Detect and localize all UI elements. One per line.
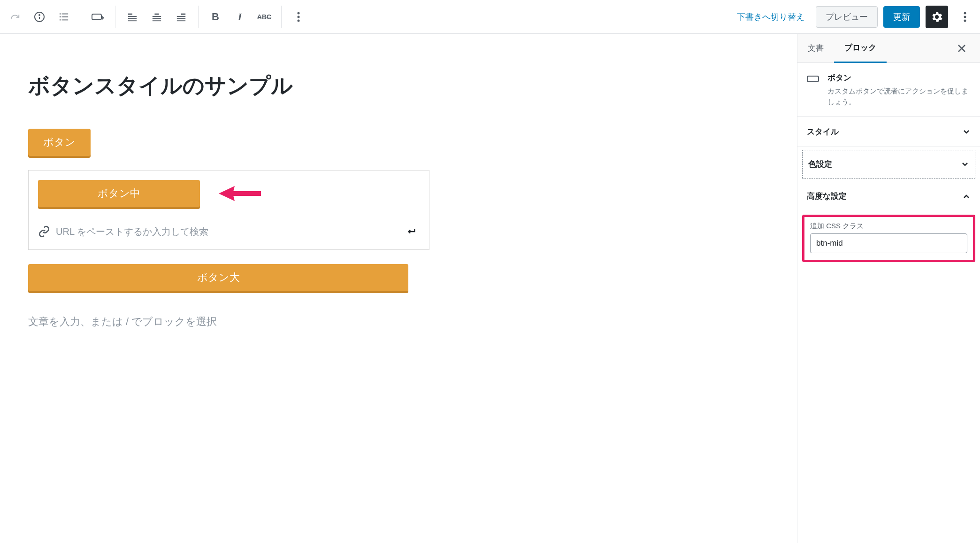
switch-draft-button[interactable]: 下書きへ切り替え xyxy=(731,8,810,26)
align-right-icon xyxy=(176,12,186,22)
italic-icon: I xyxy=(238,11,242,23)
chevron-up-icon xyxy=(962,192,971,201)
align-right-button[interactable] xyxy=(170,6,192,28)
svg-rect-14 xyxy=(154,13,159,15)
svg-rect-7 xyxy=(60,19,61,20)
button-block-large: ボタン大 xyxy=(28,264,769,291)
tab-block[interactable]: ブロック xyxy=(834,34,887,63)
block-info: ボタン カスタムボタンで読者にアクションを促しましょう。 xyxy=(797,63,980,117)
svg-rect-30 xyxy=(807,76,819,82)
panel-color-label: 色設定 xyxy=(808,159,832,170)
svg-point-2 xyxy=(39,15,40,16)
enter-icon xyxy=(406,226,416,237)
outline-icon xyxy=(59,12,69,22)
svg-rect-11 xyxy=(128,16,137,17)
post-title[interactable]: ボタンスタイルのサンプル xyxy=(28,71,769,101)
svg-point-26 xyxy=(964,16,966,18)
editor-toolbar: B I ABC 下書きへ切り替え プレビュー 更新 xyxy=(0,0,980,34)
arrow-annotation-icon xyxy=(219,185,261,202)
panel-style-header[interactable]: スタイル xyxy=(797,117,980,147)
panel-advanced: 高度な設定 xyxy=(797,181,980,211)
svg-rect-16 xyxy=(153,18,161,19)
sidebar-close-button[interactable] xyxy=(957,37,980,60)
outline-button[interactable] xyxy=(53,6,75,28)
svg-rect-15 xyxy=(153,16,161,17)
svg-rect-5 xyxy=(60,16,61,17)
toolbar-separator xyxy=(81,6,81,28)
align-center-button[interactable] xyxy=(145,6,168,28)
bold-button[interactable]: B xyxy=(204,6,227,28)
tab-document[interactable]: 文書 xyxy=(797,34,834,62)
svg-rect-4 xyxy=(62,13,68,14)
svg-rect-12 xyxy=(128,18,137,19)
url-submit-button[interactable] xyxy=(403,223,420,240)
settings-sidebar: 文書 ブロック ボタン カスタムボタンで読者にアクションを促しましょう。 スタイ… xyxy=(797,34,980,543)
panel-style-label: スタイル xyxy=(807,126,839,137)
button-block-icon xyxy=(92,12,105,22)
svg-rect-17 xyxy=(153,20,161,21)
svg-point-22 xyxy=(298,12,300,14)
svg-point-25 xyxy=(964,12,966,14)
toolbar-separator xyxy=(115,6,115,28)
svg-rect-20 xyxy=(177,18,185,19)
sample-button-large[interactable]: ボタン大 xyxy=(28,264,408,291)
css-class-highlight: 追加 CSS クラス xyxy=(802,215,975,262)
gear-icon xyxy=(931,11,942,23)
panel-advanced-label: 高度な設定 xyxy=(807,191,847,202)
main-area: ボタンスタイルのサンプル ボタン ボタン中 xyxy=(0,34,980,543)
url-input-row xyxy=(38,218,420,240)
more-vertical-icon xyxy=(297,12,300,22)
close-icon xyxy=(957,44,966,53)
bold-icon: B xyxy=(212,11,219,23)
chevron-down-icon xyxy=(962,128,971,136)
panel-color-header[interactable]: 色設定 xyxy=(803,150,975,178)
toolbar-separator xyxy=(198,6,199,28)
more-options-button[interactable] xyxy=(287,6,310,28)
italic-button[interactable]: I xyxy=(229,6,251,28)
svg-point-27 xyxy=(964,19,966,22)
selected-block-wrapper: ボタン中 xyxy=(28,170,429,250)
sample-button-mid[interactable]: ボタン中 xyxy=(38,180,200,207)
strikethrough-button[interactable]: ABC xyxy=(253,6,276,28)
update-button[interactable]: 更新 xyxy=(883,6,920,28)
button-block-small: ボタン xyxy=(28,129,769,156)
css-class-input[interactable] xyxy=(810,233,967,253)
url-input[interactable] xyxy=(56,226,397,237)
block-placeholder[interactable]: 文章を入力、または / でブロックを選択 xyxy=(28,315,769,329)
svg-rect-3 xyxy=(60,13,61,14)
svg-point-24 xyxy=(298,19,300,22)
toolbar-separator xyxy=(281,6,282,28)
strikethrough-icon: ABC xyxy=(257,13,271,21)
svg-rect-21 xyxy=(177,20,185,21)
editor-canvas: ボタンスタイルのサンプル ボタン ボタン中 xyxy=(0,34,797,543)
more-vertical-icon xyxy=(964,12,966,22)
svg-rect-10 xyxy=(128,13,132,15)
svg-rect-19 xyxy=(177,16,185,17)
align-left-button[interactable] xyxy=(121,6,144,28)
css-class-label: 追加 CSS クラス xyxy=(810,222,967,231)
toolbar-left-group: B I ABC xyxy=(4,6,310,28)
chevron-down-icon xyxy=(961,160,969,169)
block-type-button[interactable] xyxy=(87,6,109,28)
svg-rect-13 xyxy=(128,20,137,21)
preview-button[interactable]: プレビュー xyxy=(816,6,878,28)
toolbar-right-group: 下書きへ切り替え プレビュー 更新 xyxy=(731,6,976,28)
panel-advanced-header[interactable]: 高度な設定 xyxy=(797,181,980,211)
block-info-description: カスタムボタンで読者にアクションを促しましょう。 xyxy=(827,86,971,107)
button-block-mid-row: ボタン中 xyxy=(38,180,420,207)
button-block-icon xyxy=(807,74,820,107)
info-button[interactable] xyxy=(28,6,51,28)
block-info-text: ボタン カスタムボタンで読者にアクションを促しましょう。 xyxy=(827,72,971,107)
app-root: B I ABC 下書きへ切り替え プレビュー 更新 xyxy=(0,0,980,543)
settings-toggle-button[interactable] xyxy=(926,6,948,28)
block-info-title: ボタン xyxy=(827,72,971,83)
sidebar-tabs: 文書 ブロック xyxy=(797,34,980,63)
svg-rect-8 xyxy=(62,19,68,20)
align-center-icon xyxy=(152,12,162,22)
more-menu-button[interactable] xyxy=(954,6,976,28)
sample-button-small[interactable]: ボタン xyxy=(28,129,91,156)
svg-point-23 xyxy=(298,16,300,18)
redo-button[interactable] xyxy=(4,6,26,28)
redo-icon xyxy=(10,12,20,22)
align-left-icon xyxy=(127,12,138,22)
